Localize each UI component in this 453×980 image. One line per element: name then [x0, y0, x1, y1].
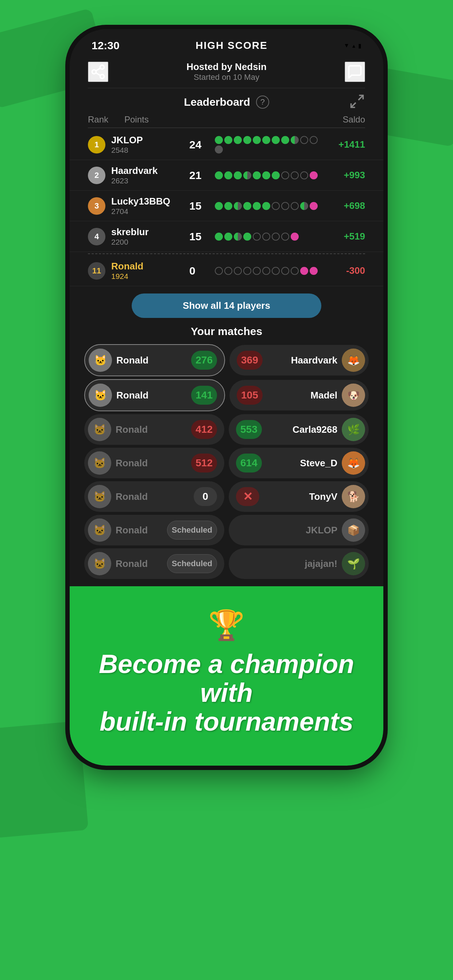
- match-player-steve-4: Steve_D: [266, 458, 337, 469]
- player-rating-ronald: 1924: [111, 272, 184, 281]
- dots-lucky: [215, 202, 320, 210]
- saldo-haardvark: +993: [325, 170, 365, 181]
- points-ronald: 0: [189, 265, 210, 277]
- match-row-5: 🐱 Ronald 0 ✕ TonyV 🐕: [84, 481, 369, 512]
- status-icons: ▼ ▴ ▮: [344, 42, 362, 49]
- score-ronald-3: 412: [191, 420, 217, 439]
- status-bar: 12:30 HIGH SCORE ▼ ▴ ▮: [70, 29, 383, 56]
- saldo-ronald: -300: [325, 265, 365, 276]
- match-left-4[interactable]: 🐱 Ronald 512: [84, 448, 224, 478]
- svg-line-4: [96, 68, 100, 70]
- dots-haardvark: [215, 171, 320, 180]
- score-carla-3: 553: [236, 420, 262, 439]
- match-player-jklop-6: JKLOP: [236, 525, 337, 536]
- match-player-ronald-3: Ronald: [116, 424, 187, 435]
- table-divider: [88, 127, 365, 128]
- your-matches-title: Your matches: [70, 325, 383, 337]
- avatar-ronald-6: 🐱: [88, 519, 111, 542]
- avatar-steve-4: 🦊: [342, 451, 365, 475]
- match-left-5[interactable]: 🐱 Ronald 0: [84, 481, 224, 512]
- match-right-3[interactable]: 553 Carla9268 🌿: [229, 414, 369, 445]
- score-ronald-6: Scheduled: [167, 520, 217, 539]
- player-rating-jklop: 2548: [111, 146, 184, 154]
- hosted-by: Hosted by Nedsin: [187, 61, 266, 73]
- avatar-ronald-5: 🐱: [88, 485, 111, 508]
- rank-badge-2: 2: [88, 167, 105, 184]
- match-right-2[interactable]: 105 Madel 🐶: [230, 380, 369, 410]
- show-all-button[interactable]: Show all 14 players: [132, 293, 321, 318]
- match-left-2[interactable]: 🐱 Ronald 141: [84, 379, 225, 411]
- match-row-6: 🐱 Ronald Scheduled JKLOP 📦: [84, 515, 369, 546]
- match-right-4[interactable]: 614 Steve_D 🦊: [229, 448, 369, 478]
- rank-badge-4: 4: [88, 228, 105, 245]
- svg-line-3: [96, 73, 100, 75]
- expand-button[interactable]: [349, 93, 365, 111]
- bottom-section: 🏆 Become a champion with built-in tourna…: [70, 586, 383, 765]
- points-haardvark: 21: [189, 169, 210, 181]
- leaderboard-row-4: 4 skreblur 2200 15 +519: [70, 221, 383, 252]
- match-player-ronald-7: Ronald: [116, 558, 163, 570]
- svg-line-6: [351, 103, 356, 108]
- avatar-carla-3: 🌿: [342, 418, 365, 441]
- trophy-icon: 🏆: [88, 608, 365, 643]
- player-name-ronald: Ronald: [111, 261, 184, 272]
- score-ronald-4: 512: [191, 453, 217, 473]
- points-lucky: 15: [189, 200, 210, 212]
- score-ronald-7: Scheduled: [167, 554, 217, 573]
- avatar-jklop-6: 📦: [342, 519, 365, 542]
- table-header: Rank Points Saldo: [70, 111, 383, 127]
- player-info-ronald: Ronald 1924: [111, 261, 184, 281]
- points-skreblur: 15: [189, 231, 210, 243]
- status-time: 12:30: [91, 40, 120, 52]
- score-madel-2: 105: [237, 386, 263, 405]
- points-jklop: 24: [189, 138, 210, 151]
- started-on: Started on 10 May: [187, 73, 266, 82]
- score-haardvark-1: 369: [237, 351, 263, 370]
- match-right-7[interactable]: jajajan! 🌱: [229, 548, 369, 579]
- rank-badge-3: 3: [88, 197, 105, 215]
- leaderboard-row-current: 11 Ronald 1924 0 -300: [70, 256, 383, 286]
- header: Hosted by Nedsin Started on 10 May: [70, 56, 383, 88]
- match-left-1[interactable]: 🐱 Ronald 276: [84, 344, 225, 376]
- score-ronald-5: 0: [194, 487, 217, 506]
- phone-container: 12:30 HIGH SCORE ▼ ▴ ▮ Hosted by Nedsi: [70, 29, 383, 765]
- match-left-6[interactable]: 🐱 Ronald Scheduled: [84, 515, 224, 546]
- match-right-5[interactable]: ✕ TonyV 🐕: [229, 481, 369, 512]
- leaderboard-title: Leaderboard: [184, 96, 250, 108]
- match-player-ronald-6: Ronald: [116, 525, 163, 536]
- match-right-6[interactable]: JKLOP 📦: [229, 515, 369, 546]
- player-rating-skreblur: 2200: [111, 238, 184, 247]
- avatar-ronald-7: 🐱: [88, 552, 111, 575]
- avatar-jajajan-7: 🌱: [342, 552, 365, 575]
- match-left-3[interactable]: 🐱 Ronald 412: [84, 414, 224, 445]
- saldo-jklop: +1411: [325, 139, 365, 150]
- dots-skreblur: [215, 232, 320, 240]
- battery-icon: ▮: [358, 42, 362, 49]
- player-name-jklop: JKLOP: [111, 135, 184, 146]
- dots-jklop: [215, 136, 320, 153]
- match-left-7[interactable]: 🐱 Ronald Scheduled: [84, 548, 224, 579]
- match-right-1[interactable]: 369 Haardvark 🦊: [230, 345, 369, 375]
- player-name-haardvark: Haardvark: [111, 165, 184, 177]
- col-saldo: Saldo: [321, 115, 365, 125]
- match-player-ronald-5: Ronald: [116, 491, 189, 503]
- match-row-2: 🐱 Ronald 141 105 Madel 🐶: [84, 379, 369, 411]
- saldo-skreblur: +519: [325, 231, 365, 242]
- match-row-4: 🐱 Ronald 512 614 Steve_D 🦊: [84, 448, 369, 478]
- help-icon[interactable]: ?: [256, 95, 269, 109]
- champion-text: Become a champion with built-in tourname…: [88, 650, 365, 737]
- col-rank: Rank: [88, 115, 117, 125]
- match-player-madel-2: Madel: [267, 390, 337, 401]
- chat-button[interactable]: [345, 62, 365, 82]
- svg-line-5: [359, 95, 363, 100]
- player-info-lucky: Lucky13BBQ 2704: [111, 196, 184, 216]
- match-player-ronald-1: Ronald: [116, 355, 187, 366]
- score-ronald-1: 276: [191, 351, 217, 370]
- saldo-lucky: +698: [325, 200, 365, 212]
- leaderboard-row-1: 1 JKLOP 2548 24 +1411: [70, 129, 383, 160]
- player-rating-haardvark: 2623: [111, 177, 184, 185]
- player-info-skreblur: skreblur 2200: [111, 226, 184, 247]
- match-player-ronald-4: Ronald: [116, 458, 187, 469]
- player-info-jklop: JKLOP 2548: [111, 135, 184, 154]
- share-button[interactable]: [88, 62, 108, 82]
